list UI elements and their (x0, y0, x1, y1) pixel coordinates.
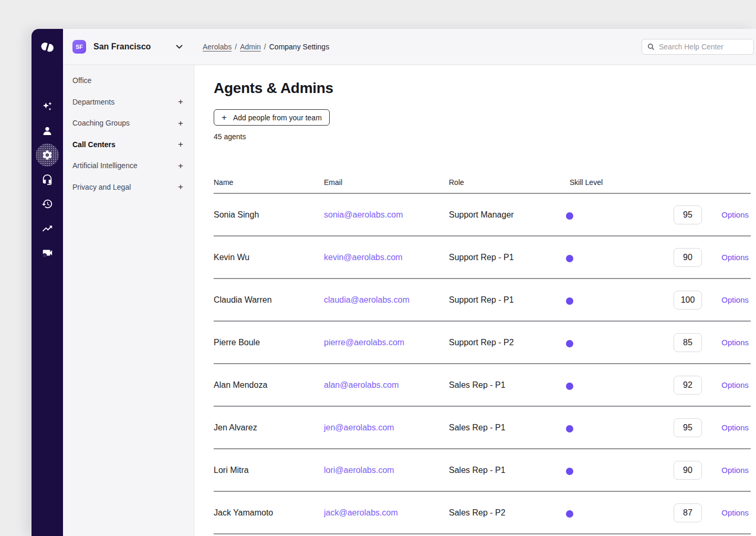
breadcrumb-separator: / (264, 43, 266, 51)
agent-email-link[interactable]: alan@aerolabs.com (324, 380, 449, 390)
location-name: San Francisco (93, 42, 176, 51)
skill-value-field[interactable]: 87 (674, 503, 702, 522)
rail-item-analytics[interactable] (32, 217, 63, 241)
agent-name: Claudia Warren (214, 295, 324, 305)
rail-item-history[interactable] (32, 192, 63, 217)
person-icon (41, 125, 53, 137)
agent-role: Sales Rep - P1 (449, 423, 570, 432)
sidebar-item-label: Office (72, 76, 91, 85)
agent-name: Lori Mitra (214, 466, 324, 475)
sidebar-item-coaching-groups[interactable]: Coaching Groups + (63, 112, 194, 134)
agent-email-link[interactable]: jen@aerolabs.com (324, 423, 449, 432)
options-link[interactable]: Options (721, 253, 749, 262)
rail-nav (32, 94, 63, 265)
rail-item-contacts[interactable] (32, 119, 63, 143)
agent-name: Pierre Boule (214, 338, 324, 347)
slider-thumb[interactable] (566, 297, 573, 305)
agent-table-row: Sonia Singh sonia@aerolabs.com Support M… (214, 194, 751, 236)
agent-table-row: Kevin Wu kevin@aerolabs.com Support Rep … (214, 236, 751, 279)
options-link[interactable]: Options (721, 508, 749, 517)
agent-role: Support Rep - P1 (449, 253, 570, 262)
top-bar: SF San Francisco Aerolabs/Admin/Company … (63, 29, 756, 65)
main-content: Agents & Admins + Add people from your t… (194, 65, 756, 536)
agent-email-link[interactable]: lori@aerolabs.com (324, 466, 449, 475)
app-window: SF San Francisco Aerolabs/Admin/Company … (32, 29, 756, 536)
agent-table-row: Jack Yamamoto jack@aerolabs.com Sales Re… (214, 492, 751, 534)
slider-thumb[interactable] (566, 212, 573, 220)
options-link[interactable]: Options (721, 423, 749, 432)
slider-thumb[interactable] (566, 468, 573, 475)
options-link[interactable]: Options (721, 338, 749, 347)
breadcrumb-current: Company Settings (269, 43, 329, 51)
skill-value-field[interactable]: 95 (674, 418, 702, 437)
skill-value-field[interactable]: 85 (674, 333, 702, 352)
sidebar-item-label: Coaching Groups (72, 119, 130, 127)
slider-thumb[interactable] (566, 340, 573, 347)
options-link[interactable]: Options (721, 295, 749, 304)
plus-icon: + (222, 113, 227, 122)
breadcrumb: Aerolabs/Admin/Company Settings (203, 43, 329, 51)
dialpad-logo-icon (39, 40, 56, 54)
agent-count: 45 agents (214, 132, 751, 141)
rail-item-settings[interactable] (32, 143, 63, 168)
expand-plus-icon[interactable]: + (178, 161, 183, 170)
sidebar-item-label: Artificial Intelligence (72, 161, 138, 170)
agent-email-link[interactable]: claudia@aerolabs.com (324, 295, 449, 305)
sidebar-item-artificial-intelligence[interactable]: Artificial Intelligence + (63, 155, 194, 177)
expand-plus-icon[interactable]: + (178, 97, 183, 106)
trending-up-icon (41, 223, 53, 234)
sidebar-item-departments[interactable]: Departments + (63, 91, 194, 113)
agent-name: Jack Yamamoto (214, 508, 324, 518)
agent-email-link[interactable]: jack@aerolabs.com (324, 508, 449, 518)
sidebar-item-office[interactable]: Office + (63, 70, 194, 91)
skill-value-field[interactable]: 90 (674, 248, 702, 267)
headset-icon (41, 174, 53, 185)
skill-value-field[interactable]: 92 (674, 376, 702, 395)
slider-thumb[interactable] (566, 383, 573, 390)
sidebar-item-call-centers[interactable]: Call Centers + (63, 134, 194, 156)
chevron-down-icon (176, 45, 183, 49)
breadcrumb-link-admin[interactable]: Admin (240, 43, 261, 51)
rail-item-ai[interactable] (32, 94, 63, 119)
slider-thumb[interactable] (566, 425, 573, 432)
breadcrumb-link-aerolabs[interactable]: Aerolabs (203, 43, 232, 51)
agent-email-link[interactable]: pierre@aerolabs.com (324, 338, 449, 347)
skill-value-field[interactable]: 100 (674, 291, 702, 310)
table-body: Sonia Singh sonia@aerolabs.com Support M… (214, 194, 751, 534)
skill-value-field[interactable]: 90 (674, 461, 702, 480)
location-avatar: SF (72, 40, 86, 54)
help-search-input[interactable] (659, 43, 754, 51)
expand-plus-icon[interactable]: + (178, 140, 183, 149)
sidebar-item-privacy-and-legal[interactable]: Privacy and Legal + (63, 177, 194, 198)
agent-role: Sales Rep - P2 (449, 508, 570, 518)
options-link[interactable]: Options (721, 210, 749, 219)
agents-table: Name Email Role Skill Level Sonia Singh … (214, 172, 751, 534)
agent-name: Alan Mendoza (214, 380, 324, 390)
agent-role: Support Rep - P1 (449, 295, 570, 305)
agent-email-link[interactable]: kevin@aerolabs.com (324, 253, 449, 262)
rail-item-support[interactable] (32, 168, 63, 192)
agent-role: Support Manager (449, 210, 570, 220)
agent-table-row: Jen Alvarez jen@aerolabs.com Sales Rep -… (214, 407, 751, 449)
options-link[interactable]: Options (721, 466, 749, 475)
slider-thumb[interactable] (566, 510, 573, 518)
agent-role: Support Rep - P2 (449, 338, 570, 347)
sidebar-item-label: Privacy and Legal (72, 183, 131, 191)
add-people-button[interactable]: + Add people from your team (214, 109, 330, 126)
agent-table-row: Claudia Warren claudia@aerolabs.com Supp… (214, 279, 751, 322)
column-header-skill-level: Skill Level (570, 178, 751, 187)
gear-icon (41, 149, 53, 161)
sparkles-icon (41, 100, 53, 112)
page-title: Agents & Admins (214, 80, 751, 97)
app-logo[interactable] (32, 40, 63, 54)
location-selector[interactable]: SF San Francisco (63, 29, 194, 65)
rail-item-meetings[interactable] (32, 241, 63, 265)
skill-value-field[interactable]: 95 (674, 205, 702, 224)
help-search-box[interactable] (642, 39, 754, 55)
agent-name: Jen Alvarez (214, 423, 324, 432)
agent-email-link[interactable]: sonia@aerolabs.com (324, 210, 449, 220)
slider-thumb[interactable] (566, 255, 573, 262)
expand-plus-icon[interactable]: + (178, 182, 183, 191)
options-link[interactable]: Options (721, 380, 749, 389)
expand-plus-icon[interactable]: + (178, 119, 183, 128)
